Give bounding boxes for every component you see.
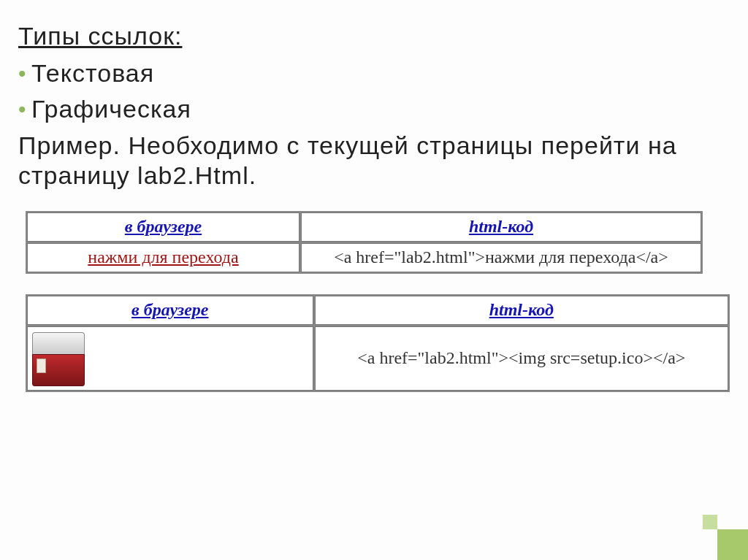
heading-link-types: Типы ссылок: — [18, 22, 730, 50]
browser-rendered-link: нажми для перехода — [27, 243, 299, 272]
html-code-text-link: <a href="lab2.html">нажми для перехода</… — [301, 243, 701, 272]
col-header-html-code: html-код — [315, 296, 728, 325]
example-paragraph: Пример. Необходимо с текущей страницы пе… — [18, 131, 730, 191]
slide-content: Типы ссылок: Текстовая Графическая Приме… — [0, 0, 748, 392]
text-link-example-table: в браузере html-код нажми для перехода <… — [26, 211, 730, 274]
bullet-graphic-link: Графическая — [18, 95, 730, 123]
col-header-browser: в браузере — [27, 296, 313, 325]
col-header-html-code: html-код — [301, 212, 701, 242]
browser-rendered-icon-link — [27, 326, 313, 391]
col-header-browser: в браузере — [27, 212, 299, 242]
link-text[interactable]: нажми для перехода — [88, 248, 238, 266]
graphic-link-example-table: в браузере html-код <a href="lab2.html">… — [26, 294, 730, 392]
setup-icon[interactable] — [32, 332, 83, 385]
bullet-text-link: Текстовая — [18, 59, 730, 88]
html-code-graphic-link: <a href="lab2.html"><img src=setup.ico><… — [315, 326, 728, 391]
